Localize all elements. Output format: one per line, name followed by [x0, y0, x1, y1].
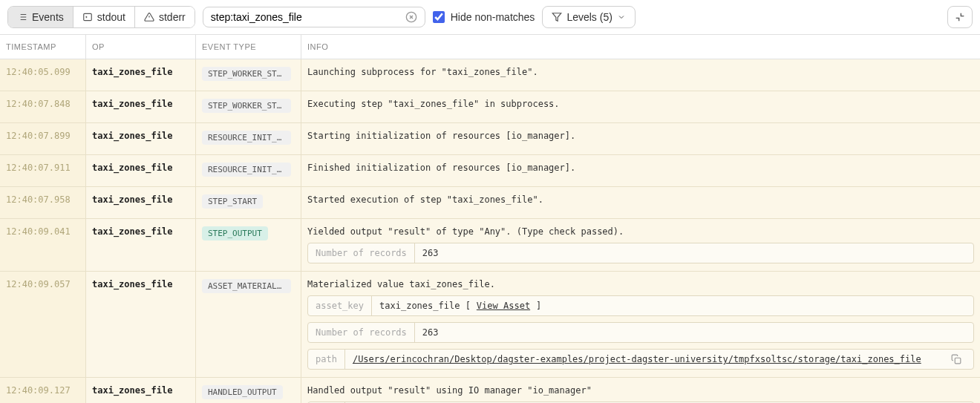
table-row: 12:40:09.041taxi_zones_fileSTEP_OUTPUTYi…	[0, 219, 980, 272]
timestamp-cell: 12:40:07.911	[0, 155, 86, 186]
table-row: 12:40:07.899taxi_zones_fileRESOURCE_INIT…	[0, 123, 980, 155]
op-cell[interactable]: taxi_zones_file	[86, 187, 196, 218]
timestamp-cell: 12:40:09.127	[0, 378, 86, 403]
op-cell[interactable]: taxi_zones_file	[86, 59, 196, 91]
warning-icon	[144, 12, 154, 22]
meta-link[interactable]: /Users/erincochran/Desktop/dagster-examp…	[353, 354, 921, 364]
timestamp-cell: 12:40:05.099	[0, 59, 86, 91]
info-text: Started execution of step "taxi_zones_fi…	[307, 194, 974, 205]
info-cell: Finished initialization of resources [io…	[301, 155, 980, 186]
clear-search-icon[interactable]	[405, 11, 417, 23]
event-type-cell: RESOURCE_INIT_STAR…	[196, 123, 301, 154]
info-cell: Launching subprocess for "taxi_zones_fil…	[301, 59, 980, 91]
event-type-cell: ASSET_MATERIALIZAT…	[196, 272, 301, 377]
levels-dropdown[interactable]: Levels (5)	[542, 6, 635, 28]
meta-box: asset_keytaxi_zones_file [View Asset]	[307, 295, 974, 316]
info-text: Starting initialization of resources [io…	[307, 131, 974, 141]
meta-label: path	[308, 350, 345, 369]
table-header: TIMESTAMP OP EVENT TYPE INFO	[0, 35, 980, 59]
copy-icon[interactable]	[951, 354, 961, 364]
search-input[interactable]	[211, 11, 399, 23]
event-type-badge: STEP_WORKER_STARTED	[202, 99, 291, 113]
toolbar: Events stdout stderr Hide non-matches Le…	[0, 0, 980, 35]
info-text: Handled output "result" using IO manager…	[307, 385, 974, 396]
collapse-button[interactable]	[947, 6, 973, 28]
log-rows: 12:40:05.099taxi_zones_fileSTEP_WORKER_S…	[0, 59, 980, 403]
meta-box: Number of records263	[307, 243, 974, 263]
info-text: Finished initialization of resources [io…	[307, 163, 974, 173]
table-row: 12:40:07.958taxi_zones_fileSTEP_STARTSta…	[0, 187, 980, 219]
event-type-cell: RESOURCE_INIT_SUC…	[196, 155, 301, 186]
op-cell[interactable]: taxi_zones_file	[86, 123, 196, 154]
hide-nonmatches-label: Hide non-matches	[451, 11, 535, 23]
list-icon	[17, 12, 27, 22]
filter-icon	[552, 12, 562, 22]
tab-group: Events stdout stderr	[7, 6, 195, 28]
op-cell[interactable]: taxi_zones_file	[86, 378, 196, 403]
event-type-badge: RESOURCE_INIT_SUC…	[202, 163, 291, 177]
tab-label: stderr	[159, 11, 186, 23]
event-type-badge: STEP_START	[202, 194, 263, 209]
tab-label: stdout	[97, 11, 125, 23]
header-event-type: EVENT TYPE	[196, 35, 301, 59]
svg-rect-13	[955, 358, 961, 364]
hide-nonmatches-checkbox[interactable]	[433, 11, 445, 23]
event-type-badge: ASSET_MATERIALIZAT…	[202, 279, 291, 293]
timestamp-cell: 12:40:07.848	[0, 91, 86, 122]
timestamp-cell: 12:40:07.899	[0, 123, 86, 154]
meta-box: path/Users/erincochran/Desktop/dagster-e…	[307, 349, 974, 370]
info-cell: Executing step "taxi_zones_file" in subp…	[301, 91, 980, 122]
meta-value: 263	[415, 243, 973, 263]
timestamp-cell: 12:40:09.057	[0, 272, 86, 377]
event-type-badge: RESOURCE_INIT_STAR…	[202, 131, 291, 145]
svg-marker-12	[553, 13, 562, 22]
info-cell: Starting initialization of resources [io…	[301, 123, 980, 154]
hide-nonmatches-wrap[interactable]: Hide non-matches	[433, 11, 535, 23]
meta-label: asset_key	[308, 296, 372, 315]
info-text: Materialized value taxi_zones_file.	[307, 279, 974, 289]
view-asset-link[interactable]: View Asset	[477, 301, 530, 311]
table-row: 12:40:05.099taxi_zones_fileSTEP_WORKER_S…	[0, 59, 980, 91]
tab-stdout[interactable]: stdout	[74, 7, 135, 27]
meta-box: Number of records263	[307, 322, 974, 343]
info-cell: Yielded output "result" of type "Any". (…	[301, 219, 980, 271]
tab-label: Events	[32, 11, 64, 23]
header-info: INFO	[301, 35, 980, 59]
info-text: Executing step "taxi_zones_file" in subp…	[307, 99, 974, 109]
header-op: OP	[86, 35, 196, 59]
table-row: 12:40:07.848taxi_zones_fileSTEP_WORKER_S…	[0, 91, 980, 123]
tab-events[interactable]: Events	[8, 7, 74, 27]
op-cell[interactable]: taxi_zones_file	[86, 219, 196, 271]
info-cell: Materialized value taxi_zones_file.asset…	[301, 272, 980, 377]
chevron-down-icon	[617, 13, 626, 22]
event-type-cell: STEP_OUTPUT	[196, 219, 301, 271]
op-cell[interactable]: taxi_zones_file	[86, 91, 196, 122]
timestamp-cell: 12:40:07.958	[0, 187, 86, 218]
info-text: Launching subprocess for "taxi_zones_fil…	[307, 67, 974, 77]
table-row: 12:40:09.127taxi_zones_fileHANDLED_OUTPU…	[0, 378, 980, 403]
svg-rect-6	[84, 13, 92, 20]
search-wrap	[203, 7, 425, 27]
op-cell[interactable]: taxi_zones_file	[86, 155, 196, 186]
meta-label: Number of records	[308, 243, 415, 263]
meta-value: /Users/erincochran/Desktop/dagster-examp…	[345, 350, 973, 369]
table-row: 12:40:09.057taxi_zones_fileASSET_MATERIA…	[0, 272, 980, 378]
timestamp-cell: 12:40:09.041	[0, 219, 86, 271]
tab-stderr[interactable]: stderr	[135, 7, 195, 27]
event-type-badge: HANDLED_OUTPUT	[202, 385, 283, 399]
meta-value: taxi_zones_file [View Asset]	[372, 296, 973, 315]
event-type-cell: HANDLED_OUTPUT	[196, 378, 301, 403]
event-type-cell: STEP_WORKER_STARTED	[196, 91, 301, 122]
info-text: Yielded output "result" of type "Any". (…	[307, 226, 974, 237]
terminal-icon	[82, 12, 93, 22]
header-timestamp: TIMESTAMP	[0, 35, 86, 59]
levels-label: Levels (5)	[566, 11, 612, 23]
table-row: 12:40:07.911taxi_zones_fileRESOURCE_INIT…	[0, 155, 980, 187]
meta-label: Number of records	[308, 323, 415, 342]
event-type-badge: STEP_WORKER_STARTI…	[202, 67, 291, 81]
op-cell[interactable]: taxi_zones_file	[86, 272, 196, 377]
meta-value: 263	[415, 323, 973, 342]
info-cell: Started execution of step "taxi_zones_fi…	[301, 187, 980, 218]
event-type-cell: STEP_START	[196, 187, 301, 218]
event-type-badge: STEP_OUTPUT	[202, 226, 268, 240]
